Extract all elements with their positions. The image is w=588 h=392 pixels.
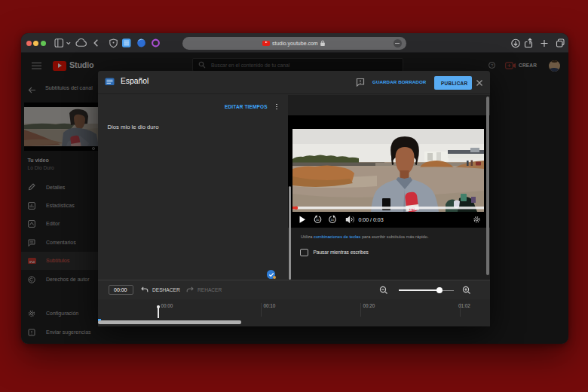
svg-text:10: 10	[331, 218, 335, 222]
svg-text:0:00 / 0:03: 0:00 / 0:03	[359, 217, 384, 222]
svg-text:10: 10	[316, 218, 320, 222]
